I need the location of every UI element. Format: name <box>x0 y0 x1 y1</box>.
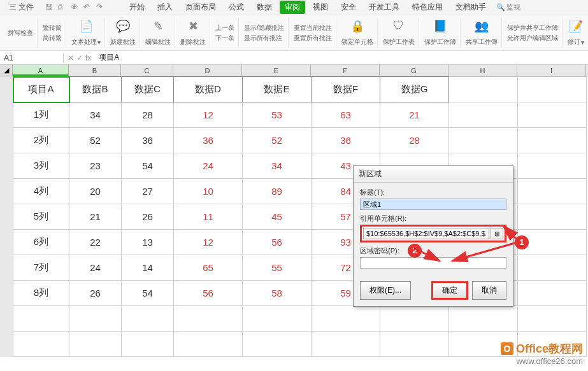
header-cell[interactable]: 数据F <box>312 77 380 102</box>
cell[interactable] <box>13 306 69 332</box>
redo-icon[interactable]: ↷ <box>96 3 106 13</box>
col-F[interactable]: F <box>311 65 380 76</box>
tab-page-layout[interactable]: 页面布局 <box>180 1 221 14</box>
cell[interactable] <box>518 179 587 204</box>
header-cell[interactable]: 数据G <box>380 77 449 102</box>
cell[interactable]: 63 <box>312 102 380 128</box>
ribbon-edit-comment[interactable]: ✎ 编辑批注 <box>141 18 175 48</box>
tab-formula[interactable]: 公式 <box>224 1 249 14</box>
cell[interactable]: 36 <box>312 128 380 153</box>
allow-edit-ranges[interactable]: 允许用户编辑区域 <box>507 34 558 43</box>
cell[interactable]: 34 <box>243 153 312 179</box>
next-comment[interactable]: 下一条 <box>215 34 234 43</box>
cell[interactable]: 54 <box>122 281 174 306</box>
cell[interactable]: 52 <box>69 128 122 153</box>
tab-security[interactable]: 安全 <box>336 1 361 14</box>
trad-to-simp[interactable]: 繁转简 <box>43 24 62 32</box>
cell[interactable] <box>69 332 122 357</box>
reset-current[interactable]: 重置当前批注 <box>294 24 332 32</box>
ribbon-del-comment[interactable]: ✖ 删除批注 <box>176 18 210 48</box>
file-menu[interactable]: 三 文件 <box>3 2 40 13</box>
tab-review[interactable]: 审阅 <box>280 1 305 14</box>
simp-to-trad[interactable]: 简转繁 <box>43 34 62 43</box>
header-cell[interactable]: 数据E <box>243 77 312 102</box>
name-box[interactable]: A1 <box>0 53 64 62</box>
col-E[interactable]: E <box>242 65 311 76</box>
cell[interactable]: 10 <box>174 179 243 204</box>
search-box[interactable]: 🔍监视 <box>496 3 520 12</box>
cell[interactable]: 21 <box>380 102 449 128</box>
cell[interactable] <box>380 306 449 332</box>
tab-data[interactable]: 数据 <box>252 1 277 14</box>
cell[interactable]: 1列 <box>13 102 69 128</box>
fx-icon[interactable]: fx <box>85 53 91 62</box>
tab-insert[interactable]: 插入 <box>152 1 178 14</box>
cell[interactable]: 13 <box>122 230 174 255</box>
cell[interactable]: 12 <box>174 230 243 255</box>
cell[interactable]: 56 <box>174 281 243 306</box>
tab-dev[interactable]: 开发工具 <box>364 1 405 14</box>
cell[interactable] <box>312 332 380 357</box>
protect-share[interactable]: 保护并共享工作簿 <box>507 24 558 32</box>
cell[interactable]: 21 <box>69 204 122 230</box>
cell[interactable]: 45 <box>243 204 312 230</box>
ribbon-lock[interactable]: 🔒 锁定单元格 <box>338 18 378 48</box>
cell[interactable]: 12 <box>174 102 243 128</box>
pwd-input[interactable] <box>360 257 506 269</box>
cell[interactable]: 22 <box>69 230 122 255</box>
col-A[interactable]: A <box>13 65 69 76</box>
header-cell[interactable]: 数据C <box>122 77 174 102</box>
cell[interactable]: 54 <box>122 153 174 179</box>
cell[interactable]: 36 <box>122 128 174 153</box>
cell[interactable] <box>449 102 518 128</box>
show-all-comment[interactable]: 显示所有批注 <box>244 34 284 43</box>
cell[interactable] <box>243 332 312 357</box>
cancel-icon[interactable]: ✕ <box>68 53 74 62</box>
ribbon-track[interactable]: 📝 修订▾ <box>564 18 588 48</box>
cell[interactable] <box>122 306 174 332</box>
cell[interactable] <box>518 255 587 281</box>
cell[interactable] <box>122 332 174 357</box>
title-input[interactable] <box>360 199 506 210</box>
ribbon-protect-book[interactable]: 📘 保护工作簿 <box>420 18 461 48</box>
cell[interactable]: 65 <box>174 255 243 281</box>
ribbon-share[interactable]: 👥 共享工作簿 <box>462 18 502 48</box>
preview-icon[interactable]: 👁 <box>71 3 81 13</box>
cell[interactable]: 8列 <box>13 281 69 306</box>
ribbon-text-proc[interactable]: 📄 文本处理▾ <box>68 18 105 48</box>
cancel-button[interactable]: 取消 <box>472 281 506 300</box>
col-C[interactable]: C <box>121 65 173 76</box>
undo-icon[interactable]: ↶ <box>83 3 94 13</box>
cell[interactable] <box>243 306 312 332</box>
cell[interactable] <box>518 281 587 306</box>
cell[interactable] <box>174 332 243 357</box>
cell[interactable] <box>13 332 69 357</box>
accept-icon[interactable]: ✓ <box>76 53 83 62</box>
cell[interactable] <box>449 306 518 332</box>
cell[interactable] <box>518 128 587 153</box>
cell[interactable] <box>174 306 243 332</box>
cell[interactable] <box>518 306 587 332</box>
col-D[interactable]: D <box>173 65 242 76</box>
header-cell[interactable]: 数据B <box>69 77 122 102</box>
tab-special[interactable]: 特色应用 <box>407 1 448 14</box>
cell[interactable]: 2列 <box>13 128 69 153</box>
cell[interactable]: 27 <box>122 179 174 204</box>
ref-input[interactable] <box>363 228 489 239</box>
col-G[interactable]: G <box>380 65 448 76</box>
ref-picker-button[interactable]: ⊞ <box>491 228 503 239</box>
cell[interactable]: 11 <box>174 204 243 230</box>
spell-label[interactable]: 拼写检查 <box>8 29 33 38</box>
cell[interactable]: 34 <box>69 102 122 128</box>
cell[interactable]: 24 <box>69 255 122 281</box>
cell[interactable]: 23 <box>69 153 122 179</box>
header-cell[interactable]: 项目A <box>13 77 69 102</box>
cell[interactable] <box>449 77 518 102</box>
cell[interactable]: 5列 <box>13 204 69 230</box>
cell[interactable]: 52 <box>243 128 312 153</box>
cell[interactable]: 56 <box>243 230 312 255</box>
ribbon-protect-sheet[interactable]: 🛡 保护工作表 <box>379 18 419 48</box>
cell[interactable] <box>518 102 587 128</box>
col-I[interactable]: I <box>517 65 586 76</box>
toggle-comment[interactable]: 显示/隐藏批注 <box>244 24 284 32</box>
